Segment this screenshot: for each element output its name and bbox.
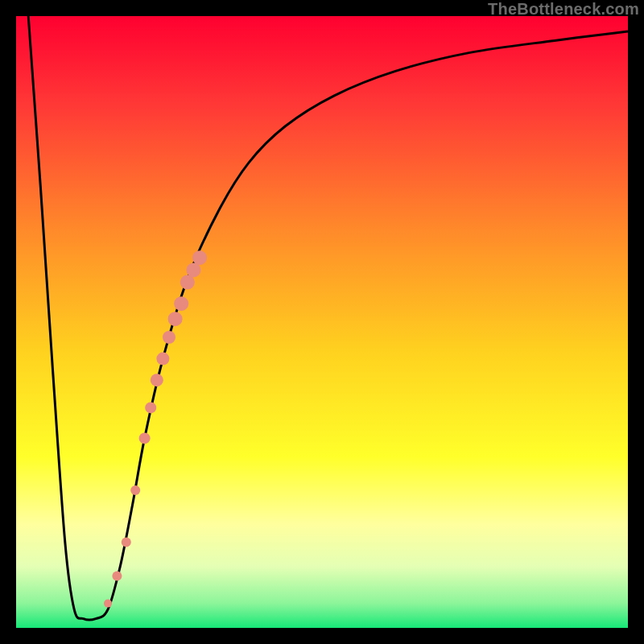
highlight-dot (145, 402, 156, 413)
highlight-dot (122, 538, 131, 547)
highlight-dot (112, 571, 122, 580)
highlight-dots (104, 250, 207, 607)
highlight-dot (163, 331, 175, 344)
chart-svg (16, 16, 628, 628)
highlight-dot (104, 600, 112, 608)
plot-area (16, 16, 628, 628)
chart-frame: TheBottleneck.com (0, 0, 644, 644)
highlight-dot (192, 250, 207, 265)
highlight-dot (151, 374, 163, 386)
highlight-dot (130, 485, 140, 495)
highlight-dot (139, 432, 151, 444)
highlight-dot (174, 296, 188, 311)
watermark-text: TheBottleneck.com (488, 0, 639, 19)
highlight-dot (168, 312, 183, 326)
bottleneck-curve (28, 16, 628, 620)
highlight-dot (156, 353, 169, 365)
